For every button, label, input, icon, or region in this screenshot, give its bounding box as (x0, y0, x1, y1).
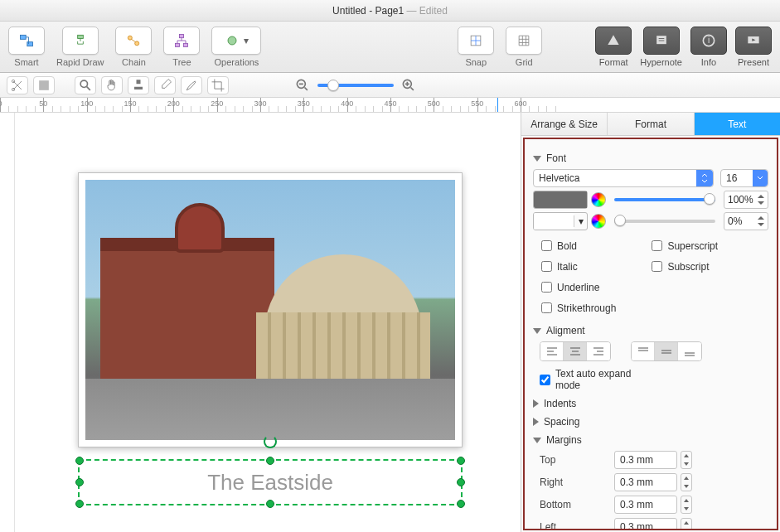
section-margins[interactable]: Margins (533, 434, 768, 446)
rotate-handle-icon[interactable] (264, 435, 277, 448)
tool-present[interactable]: Present (735, 27, 772, 67)
text-color-swatch[interactable] (533, 191, 588, 209)
zoom-control[interactable] (294, 77, 417, 94)
title-bar: Untitled - Page1 — Edited (0, 0, 780, 22)
resize-handle[interactable] (266, 457, 274, 465)
tab-text[interactable]: Text (695, 113, 780, 135)
zoom-out-icon[interactable] (294, 77, 311, 94)
bg-color-swatch[interactable]: ▾ (533, 212, 588, 230)
disclosure-triangle-icon (533, 418, 539, 426)
search-icon[interactable] (75, 76, 96, 94)
hand-icon[interactable] (101, 76, 123, 94)
svg-rect-0 (21, 35, 27, 39)
font-size-value: 16 (726, 172, 737, 184)
tool-hypernote[interactable]: Hypernote (640, 27, 682, 67)
checkbox-underline[interactable]: Underline (538, 279, 648, 295)
valign-middle-button[interactable] (655, 342, 678, 360)
stamp-icon[interactable] (128, 76, 149, 94)
horizontal-align-group (540, 341, 611, 361)
resize-handle[interactable] (457, 457, 465, 465)
section-indents[interactable]: Indents (533, 398, 768, 409)
tool-format[interactable]: Format (595, 27, 632, 67)
tool-info[interactable]: i Info (690, 27, 727, 67)
vertical-ruler[interactable] (0, 113, 15, 532)
zoom-slider[interactable] (317, 84, 394, 87)
margin-right-stepper[interactable] (681, 473, 692, 491)
resize-handle[interactable] (75, 457, 84, 465)
resize-handle[interactable] (457, 500, 465, 508)
margin-right-field[interactable]: 0.3 mm (614, 473, 677, 491)
margin-top-field[interactable]: 0.3 mm (614, 451, 677, 469)
tab-format[interactable]: Format (608, 113, 694, 135)
tool-smart[interactable]: Smart (8, 27, 45, 67)
crop-icon[interactable] (207, 76, 229, 94)
svg-rect-16 (39, 80, 49, 90)
tool-chain[interactable]: Chain (115, 27, 152, 67)
checkbox-auto-expand[interactable]: Text auto expand mode (536, 368, 649, 391)
select-icon[interactable] (33, 76, 55, 94)
disclosure-triangle-icon (533, 156, 541, 162)
checkbox-strikethrough[interactable]: Strikethrough (538, 300, 648, 316)
bg-opacity-field[interactable]: 0% (724, 212, 768, 230)
svg-rect-6 (176, 43, 180, 46)
tab-arrange-size[interactable]: Arrange & Size (521, 113, 608, 135)
text-opacity-field[interactable]: 100% (724, 191, 768, 209)
caption-text: The Eastside (207, 470, 333, 496)
checkbox-superscript[interactable]: Superscript (648, 238, 758, 254)
horizontal-ruler[interactable]: 050100150200250300350400450500550600 (0, 98, 780, 113)
margin-bottom-field[interactable]: 0.3 mm (614, 496, 677, 514)
zoom-in-icon[interactable] (400, 77, 417, 94)
color-picker-icon[interactable] (591, 192, 606, 207)
align-left-button[interactable] (540, 342, 564, 360)
tool-tree-label: Tree (172, 57, 191, 67)
canvas[interactable]: The Eastside (15, 113, 521, 532)
eyedropper-icon[interactable] (154, 76, 176, 94)
margin-left-stepper[interactable] (681, 518, 692, 530)
tool-grid[interactable]: Grid (506, 27, 542, 67)
svg-rect-1 (27, 42, 33, 46)
valign-top-button[interactable] (632, 342, 655, 360)
tool-smart-label: Smart (14, 57, 38, 67)
svg-point-17 (80, 80, 87, 87)
tool-operations[interactable]: ▾ Operations (211, 27, 261, 67)
window-title: Untitled - Page1 — Edited (332, 5, 448, 17)
align-center-button[interactable] (564, 342, 587, 360)
valign-bottom-button[interactable] (678, 342, 701, 360)
inspector-body: Font Helvetica 16 100% ▾ (523, 138, 778, 530)
bg-opacity-slider[interactable] (614, 220, 715, 223)
scissors-icon[interactable] (7, 76, 28, 94)
font-family-value: Helvetica (539, 172, 579, 184)
svg-rect-5 (180, 35, 184, 38)
resize-handle[interactable] (266, 500, 274, 508)
section-font[interactable]: Font (533, 152, 768, 164)
margin-top-stepper[interactable] (681, 451, 692, 469)
margin-left-field[interactable]: 0.3 mm (614, 518, 677, 530)
text-opacity-slider[interactable] (614, 198, 715, 201)
checkbox-bold[interactable]: Bold (538, 238, 648, 254)
caption-textbox[interactable]: The Eastside (78, 459, 463, 505)
brush-icon[interactable] (181, 76, 202, 94)
tool-tree[interactable]: Tree (163, 27, 200, 67)
svg-text:i: i (708, 36, 710, 45)
tool-rapid-draw[interactable]: Rapid Draw (56, 27, 104, 67)
checkbox-subscript[interactable]: Subscript (648, 259, 758, 274)
chevron-down-icon: ▾ (574, 215, 587, 227)
tool-snap[interactable]: Snap (458, 27, 494, 67)
font-size-field[interactable]: 16 (720, 169, 768, 187)
margin-bottom-stepper[interactable] (681, 496, 692, 514)
section-spacing[interactable]: Spacing (533, 416, 768, 428)
image-frame[interactable] (78, 172, 463, 447)
tool-snap-label: Snap (465, 57, 487, 67)
resize-handle[interactable] (457, 478, 465, 486)
document-name: Untitled - Page1 (332, 5, 404, 17)
inspector-tabs: Arrange & Size Format Text (521, 113, 780, 136)
margin-bottom-label: Bottom (540, 499, 614, 510)
color-picker-icon[interactable] (591, 214, 606, 229)
checkbox-italic[interactable]: Italic (538, 259, 648, 274)
align-right-button[interactable] (587, 342, 610, 360)
disclosure-triangle-icon (533, 328, 541, 334)
resize-handle[interactable] (75, 500, 84, 508)
section-aligment[interactable]: Aligment (533, 325, 768, 336)
font-family-select[interactable]: Helvetica (533, 169, 714, 187)
resize-handle[interactable] (75, 478, 84, 486)
